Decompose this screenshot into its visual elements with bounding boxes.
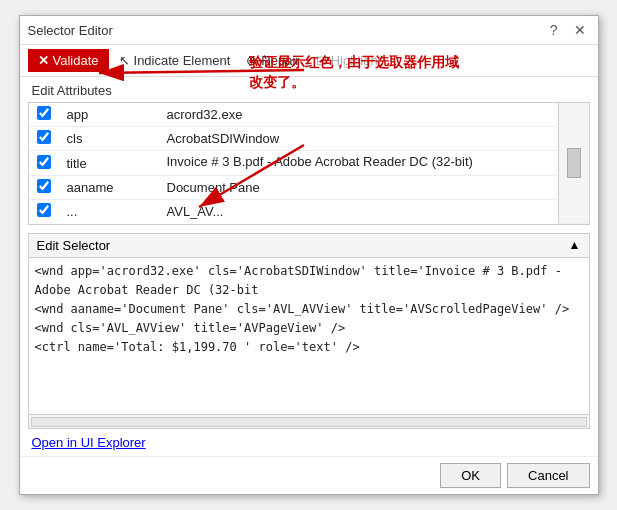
attr-value-title: Invoice # 3 B.pdf - Adobe Acrobat Reader…	[159, 151, 559, 176]
repair-icon: ⊕	[246, 53, 257, 68]
ok-button[interactable]: OK	[440, 463, 501, 488]
edit-selector-label: Edit Selector	[37, 238, 111, 253]
dialog-buttons: OK Cancel	[20, 456, 598, 494]
attr-value-app: acrord32.exe	[159, 103, 559, 127]
repair-button[interactable]: ⊕ Repair	[240, 49, 305, 72]
attr-name-app: app	[59, 103, 159, 127]
edit-attributes-label: Edit Attributes	[20, 77, 598, 102]
table-row: ... AVL_AV...	[29, 200, 589, 224]
scrollbar[interactable]	[558, 103, 589, 223]
table-row: aaname Document Pane	[29, 176, 589, 200]
selector-line-4: <ctrl name='Total: $1,199.70 ' role='tex…	[35, 338, 583, 357]
toolbar: ✕ Validate ↖ Indicate Element ⊕ Repair ⊡…	[20, 45, 598, 77]
attr-name-aaname: aaname	[59, 176, 159, 200]
scrollbar-track	[31, 417, 587, 427]
selector-line-2: <wnd aaname='Document Pane' cls='AVL_AVV…	[35, 300, 583, 319]
selector-line-3: <wnd cls='AVL_AVView' title='AVPageView'…	[35, 319, 583, 338]
attr-check-cls[interactable]	[37, 130, 51, 144]
collapse-button[interactable]: ▲	[569, 238, 581, 252]
selector-line-1: <wnd app='acrord32.exe' cls='AcrobatSDIW…	[35, 262, 583, 300]
edit-selector-section: Edit Selector ▲ <wnd app='acrord32.exe' …	[28, 233, 590, 430]
table-row: cls AcrobatSDIWindow	[29, 127, 589, 151]
attr-check-extra[interactable]	[37, 203, 51, 217]
close-button[interactable]: ✕	[570, 22, 590, 38]
attr-value-aaname: Document Pane	[159, 176, 559, 200]
highlight-label: Highlight	[331, 53, 382, 68]
help-button[interactable]: ?	[546, 22, 562, 38]
title-bar: Selector Editor ? ✕	[20, 16, 598, 45]
edit-selector-header: Edit Selector ▲	[29, 234, 589, 258]
selector-editor-dialog: Selector Editor ? ✕ ✕ Validate ↖ Indicat…	[19, 15, 599, 495]
table-row: title Invoice # 3 B.pdf - Adobe Acrobat …	[29, 151, 589, 176]
attr-check-aaname[interactable]	[37, 179, 51, 193]
x-icon: ✕	[38, 53, 49, 68]
attr-check-app[interactable]	[37, 106, 51, 120]
attr-check-title[interactable]	[37, 155, 51, 169]
attributes-area: app acrord32.exe cls AcrobatSDIWindow ti…	[28, 102, 590, 225]
attr-name-title: title	[59, 151, 159, 176]
repair-label: Repair	[261, 53, 299, 68]
title-bar-controls: ? ✕	[546, 22, 590, 38]
validate-button[interactable]: ✕ Validate	[28, 49, 109, 72]
scrollbar-thumb	[567, 148, 581, 178]
table-row: app acrord32.exe	[29, 103, 589, 127]
indicate-element-button[interactable]: ↖ Indicate Element	[113, 49, 237, 72]
horizontal-scrollbar[interactable]	[29, 414, 589, 428]
attr-value-extra: AVL_AV...	[159, 200, 559, 224]
indicate-label: Indicate Element	[134, 53, 231, 68]
attr-name-extra: ...	[59, 200, 159, 224]
attributes-table: app acrord32.exe cls AcrobatSDIWindow ti…	[29, 103, 589, 224]
highlight-button[interactable]: ⊡ Highlight	[310, 49, 388, 72]
attr-name-cls: cls	[59, 127, 159, 151]
dialog-title: Selector Editor	[28, 23, 113, 38]
validate-label: Validate	[53, 53, 99, 68]
highlight-icon: ⊡	[316, 53, 327, 68]
open-ui-explorer-link[interactable]: Open in UI Explorer	[20, 429, 598, 456]
cursor-icon: ↖	[119, 53, 130, 68]
cancel-button[interactable]: Cancel	[507, 463, 589, 488]
attr-value-cls: AcrobatSDIWindow	[159, 127, 559, 151]
selector-content[interactable]: <wnd app='acrord32.exe' cls='AcrobatSDIW…	[29, 258, 589, 415]
